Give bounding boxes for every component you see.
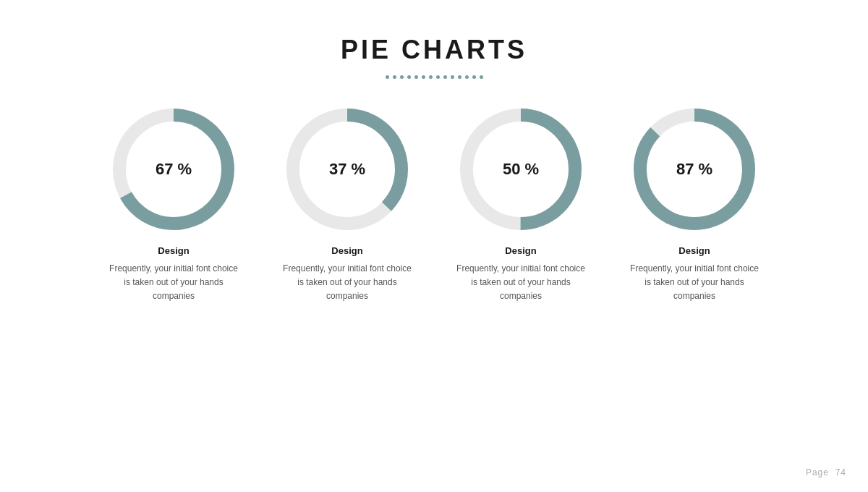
decorative-dot [436, 75, 440, 79]
decorative-dots [386, 75, 483, 79]
decorative-dot [472, 75, 476, 79]
chart-2-label: Design [331, 245, 362, 256]
decorative-dot [386, 75, 389, 79]
decorative-dot [393, 75, 396, 79]
chart-4-value: 87 % [676, 160, 712, 179]
page-title: PIE CHARTS [341, 35, 527, 65]
chart-4-description: Frequently, your initial font choice is … [629, 262, 760, 304]
chart-2-description: Frequently, your initial font choice is … [282, 262, 412, 304]
chart-3-value: 50 % [503, 160, 539, 179]
decorative-dot [451, 75, 454, 79]
decorative-dot [465, 75, 469, 79]
chart-3: 50 %DesignFrequently, your initial font … [434, 108, 608, 304]
decorative-dot [407, 75, 411, 79]
charts-row: 67 %DesignFrequently, your initial font … [0, 108, 868, 304]
decorative-dot [414, 75, 418, 79]
chart-1-value: 67 % [156, 160, 192, 179]
chart-2: 37 %DesignFrequently, your initial font … [260, 108, 434, 304]
decorative-dot [429, 75, 433, 79]
decorative-dot [422, 75, 425, 79]
chart-1: 67 %DesignFrequently, your initial font … [87, 108, 260, 304]
decorative-dot [458, 75, 461, 79]
chart-3-label: Design [505, 245, 536, 256]
chart-1-donut: 67 % [112, 108, 235, 231]
chart-4: 87 %DesignFrequently, your initial font … [608, 108, 781, 304]
chart-4-label: Design [678, 245, 710, 256]
chart-3-description: Frequently, your initial font choice is … [456, 262, 586, 304]
decorative-dot [480, 75, 483, 79]
decorative-dot [400, 75, 404, 79]
page: PIE CHARTS 67 %DesignFrequently, your in… [0, 0, 868, 492]
chart-1-description: Frequently, your initial font choice is … [109, 262, 239, 304]
chart-4-donut: 87 % [633, 108, 756, 231]
page-number: Page 74 [806, 467, 846, 478]
decorative-dot [443, 75, 447, 79]
chart-3-donut: 50 % [459, 108, 582, 231]
chart-2-donut: 37 % [286, 108, 409, 231]
chart-1-label: Design [158, 245, 189, 256]
chart-2-value: 37 % [329, 160, 365, 179]
